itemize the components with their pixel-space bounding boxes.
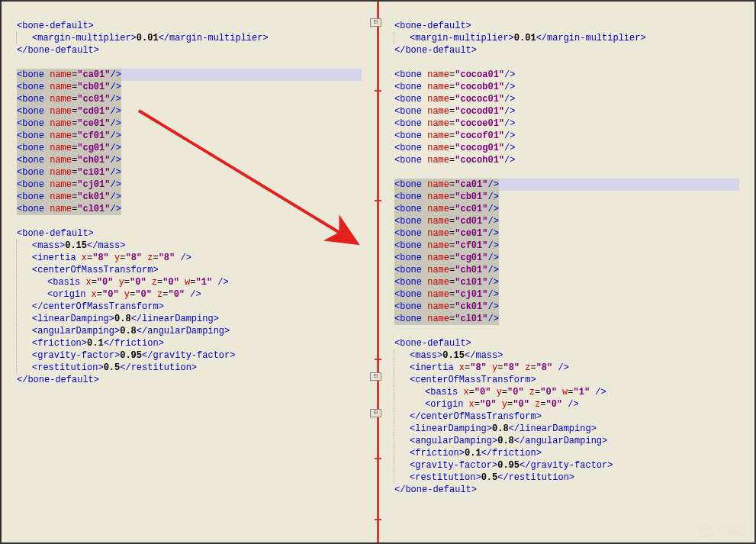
bone-line: <bone name="cocod01"/> (394, 105, 754, 117)
xml-tag: <angularDamping>0.8</angularDamping> (16, 325, 377, 337)
xml-tag: </bone-default> (394, 44, 754, 56)
bone-line: <bone name="cg01"/> (394, 252, 754, 264)
xml-tag: <bone-default> (394, 337, 754, 349)
xml-tag: <bone-default> (17, 227, 377, 240)
bone-line: <bone name="cg01"/> (17, 142, 377, 154)
selected-line[interactable]: <bone name="ca01"/> (394, 179, 739, 191)
bone-line: <bone name="ck01"/> (394, 301, 754, 313)
xml-tag: </bone-default> (17, 44, 377, 56)
xml-tag: <origin x="0" y="0" z="0" /> (16, 288, 377, 301)
xml-tag: <inertia x="8" y="8" z="8" /> (394, 362, 754, 374)
bone-line: <bone name="cc01"/> (17, 93, 377, 105)
bone-list-left: <bone name="cb01"/><bone name="cc01"/><b… (17, 81, 377, 215)
bone-line: <bone name="cl01"/> (394, 313, 754, 325)
xml-tag: </bone-default> (394, 484, 754, 496)
bone-line: <bone name="cd01"/> (394, 215, 754, 227)
left-pane[interactable]: <bone-default> <margin-multiplier>0.01</… (2, 2, 377, 542)
selected-line[interactable]: <bone name="ca01"/> (17, 69, 362, 81)
xml-tag: <mass>0.15</mass> (16, 240, 377, 252)
xml-tag: <gravity-factor>0.95</gravity-factor> (394, 459, 754, 472)
bone-line: <bone name="ce01"/> (394, 227, 754, 240)
diff-editor: <bone-default> <margin-multiplier>0.01</… (2, 2, 754, 542)
xml-tag: <restitution>0.5</restitution> (16, 362, 377, 374)
xml-tag: </bone-default> (17, 374, 377, 386)
xml-tag: <centerOfMassTransform> (394, 374, 754, 386)
bone-line: <bone name="ck01"/> (17, 191, 377, 203)
xml-tag: <bone-default> (394, 20, 754, 32)
bone-line: <bone name="cl01"/> (17, 203, 377, 215)
xml-tag: <angularDamping>0.8</angularDamping> (394, 435, 754, 447)
bone-line: <bone name="cocog01"/> (394, 142, 754, 154)
xml-tag: </centerOfMassTransform> (394, 410, 754, 423)
xml-tag: <friction>0.1</friction> (394, 447, 754, 459)
bone-line: <bone name="cf01"/> (394, 240, 754, 252)
bone-line: <bone name="cocof01"/> (394, 130, 754, 142)
bone-line: <bone name="cocob01"/> (394, 81, 754, 93)
bone-line: <bone name="ce01"/> (17, 117, 377, 130)
watermark: 小黑盒 (698, 523, 748, 538)
bone-line: <bone name="ch01"/> (17, 154, 377, 166)
cube-icon (698, 523, 713, 538)
bone-line: <bone name="cf01"/> (17, 130, 377, 142)
bone-line: <bone name="cocoe01"/> (394, 117, 754, 130)
xml-tag: <margin-multiplier>0.01</margin-multipli… (394, 32, 754, 44)
xml-tag: <origin x="0" y="0" z="0" /> (394, 398, 754, 410)
xml-tag: <friction>0.1</friction> (16, 337, 377, 349)
xml-tag: <margin-multiplier>0.01</margin-multipli… (16, 32, 377, 44)
bone-list-coco: <bone name="cocoa01"/><bone name="cocob0… (394, 69, 754, 166)
bone-line: <bone name="ci01"/> (394, 276, 754, 288)
xml-tag: </centerOfMassTransform> (16, 301, 377, 313)
bone-line: <bone name="cb01"/> (17, 81, 377, 93)
bone-line: <bone name="cocoa01"/> (394, 69, 754, 81)
bone-line: <bone name="cb01"/> (394, 191, 754, 203)
xml-tag: <inertia x="8" y="8" z="8" /> (16, 252, 377, 264)
xml-tag: <basis x="0" y="0" z="0" w="1" /> (394, 386, 754, 398)
xml-tag: <mass>0.15</mass> (394, 349, 754, 362)
bone-line: <bone name="cj01"/> (17, 179, 377, 191)
bone-line: <bone name="cd01"/> (17, 105, 377, 117)
bone-line: <bone name="cococ01"/> (394, 93, 754, 105)
xml-tag: <centerOfMassTransform> (16, 264, 377, 276)
bone-line: <bone name="cj01"/> (394, 288, 754, 301)
xml-tag: <linearDamping>0.8</linearDamping> (394, 423, 754, 435)
xml-tag: <bone-default> (17, 20, 377, 32)
bone-line: <bone name="cocoh01"/> (394, 154, 754, 166)
bone-line: <bone name="ch01"/> (394, 264, 754, 276)
xml-tag: <linearDamping>0.8</linearDamping> (16, 313, 377, 325)
xml-tag: <basis x="0" y="0" z="0" w="1" /> (16, 276, 377, 288)
xml-tag: <restitution>0.5</restitution> (394, 472, 754, 484)
right-pane[interactable]: <bone-default> <margin-multiplier>0.01</… (379, 2, 754, 542)
bone-line: <bone name="cc01"/> (394, 203, 754, 215)
xml-tag: <gravity-factor>0.95</gravity-factor> (16, 349, 377, 362)
bone-line: <bone name="ci01"/> (17, 166, 377, 179)
bone-list-right: <bone name="cb01"/><bone name="cc01"/><b… (394, 191, 754, 325)
